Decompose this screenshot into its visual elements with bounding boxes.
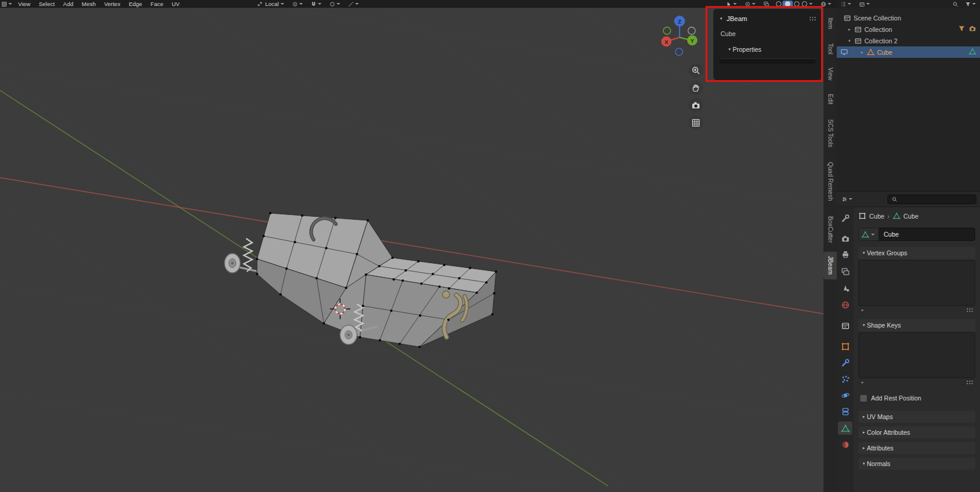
outliner-filter-button[interactable] xyxy=(964,0,978,8)
shading-material-button[interactable] xyxy=(794,1,799,7)
menu-face[interactable]: Face xyxy=(146,0,167,8)
shading-wireframe-button[interactable] xyxy=(776,1,781,7)
outliner-search-button[interactable] xyxy=(951,0,959,8)
show-gizmo-toggle[interactable] xyxy=(725,0,739,8)
zoom-button[interactable] xyxy=(689,63,703,78)
overlays-caret xyxy=(752,3,755,5)
tab-collection-properties[interactable] xyxy=(838,319,852,332)
outliner-label: Cube xyxy=(877,49,892,56)
panel-header-shape-keys[interactable]: ▾ Shape Keys xyxy=(858,319,975,331)
properties-editor-icon[interactable] xyxy=(840,195,848,203)
menu-uv[interactable]: UV xyxy=(167,0,184,8)
breadcrumb-object[interactable]: Cube xyxy=(869,213,884,220)
gizmo-neg-y-handle[interactable] xyxy=(663,27,671,34)
outliner-row-scene-collection[interactable]: Scene Collection xyxy=(837,12,980,23)
menu-view[interactable]: View xyxy=(14,0,34,8)
tab-scs-tools[interactable]: SCS Tools xyxy=(823,113,837,153)
tab-tool[interactable]: Tool xyxy=(823,37,837,60)
properties-search-box[interactable] xyxy=(887,195,976,204)
tab-jbeam[interactable]: JBeam xyxy=(823,252,837,279)
mesh-data-icon[interactable] xyxy=(969,48,977,56)
tab-modifier-properties[interactable] xyxy=(838,356,852,369)
tab-item[interactable]: Item xyxy=(823,12,837,35)
disclosure-right-icon[interactable]: ▸ xyxy=(846,27,852,32)
datablock-type-button[interactable] xyxy=(858,228,879,241)
specials-arrow-icon[interactable]: ▸ xyxy=(860,380,866,385)
editor-type-icon[interactable] xyxy=(0,0,8,8)
disclosure-down-icon[interactable]: ▾ xyxy=(846,39,852,43)
tab-view-layer-properties[interactable] xyxy=(838,265,852,278)
outliner-row-collection[interactable]: ▸ Collection xyxy=(837,23,980,35)
outliner-editor-caret[interactable] xyxy=(848,3,851,5)
list-resize-grip[interactable] xyxy=(966,308,974,313)
jbeam-object-name: Cube xyxy=(721,30,817,37)
panel-header-vertex-groups[interactable]: ▾ Vertex Groups xyxy=(858,247,975,259)
gizmo-neg-z-handle[interactable] xyxy=(675,48,683,55)
tab-edit[interactable]: Edit xyxy=(823,88,837,111)
vertex-groups-list[interactable] xyxy=(858,260,975,306)
menu-vertex[interactable]: Vertex xyxy=(100,0,125,8)
falloff-caret xyxy=(355,3,359,5)
transform-orientation-dropdown[interactable]: Local xyxy=(256,0,286,8)
tab-object-properties[interactable] xyxy=(838,340,852,353)
outliner-row-collection-2[interactable]: ▾ Collection 2 xyxy=(837,35,980,46)
tab-render-properties[interactable] xyxy=(838,232,852,245)
tab-particle-properties[interactable] xyxy=(838,372,852,385)
tab-constraint-properties[interactable] xyxy=(838,405,852,418)
tab-quad-remesh[interactable]: Quad Remesh xyxy=(823,155,837,207)
outliner-row-cube[interactable]: ▸ Cube xyxy=(837,46,980,58)
navigation-gizmo[interactable]: Z X Y xyxy=(657,13,702,58)
filter-funnel-icon[interactable] xyxy=(958,25,966,33)
editor-type-caret[interactable] xyxy=(8,3,12,5)
search-input[interactable] xyxy=(899,196,970,202)
properties-editor: Cube › Cube xyxy=(837,192,980,492)
gizmo-neg-x-handle[interactable] xyxy=(688,27,695,34)
menu-mesh[interactable]: Mesh xyxy=(78,0,100,8)
menu-select[interactable]: Select xyxy=(34,0,58,8)
mesh-name-field[interactable] xyxy=(879,228,975,241)
camera-view-button[interactable] xyxy=(689,98,703,113)
menu-add[interactable]: Add xyxy=(59,0,78,8)
pivot-point-dropdown[interactable] xyxy=(291,0,305,8)
tab-boxcutter[interactable]: BoxCutter xyxy=(823,210,837,249)
properties-editor-caret[interactable] xyxy=(849,198,852,200)
tab-world-properties[interactable] xyxy=(838,298,852,311)
falloff-dropdown[interactable] xyxy=(347,0,361,8)
jbeam-properties-header[interactable]: ▾ Properties xyxy=(727,46,817,53)
specials-arrow-icon[interactable]: ▸ xyxy=(860,308,866,313)
proportional-edit-dropdown[interactable] xyxy=(328,0,342,8)
shading-options-dropdown[interactable] xyxy=(819,0,833,8)
menu-edge[interactable]: Edge xyxy=(125,0,146,8)
shading-rendered-button[interactable] xyxy=(802,1,807,7)
xray-toggle[interactable] xyxy=(762,0,770,8)
panel-drag-grip[interactable] xyxy=(809,16,817,21)
overlays-toggle[interactable] xyxy=(743,0,757,8)
jbeam-panel-header[interactable]: ▾ JBeam xyxy=(718,13,817,25)
panel-header-attributes[interactable]: ▸ Attributes xyxy=(858,442,975,454)
tab-tool-properties[interactable] xyxy=(838,211,852,225)
tab-scene-properties[interactable] xyxy=(838,281,852,294)
breadcrumb-data[interactable]: Cube xyxy=(904,213,919,220)
panel-header-normals[interactable]: ▾ Normals xyxy=(858,458,975,470)
3d-viewport[interactable]: Z X Y ▾ JBeam Cube ▾ xyxy=(0,8,823,492)
orthographic-toggle-button[interactable] xyxy=(689,116,703,130)
tab-object-data-properties[interactable] xyxy=(838,422,852,435)
disclosure-right-icon[interactable]: ▸ xyxy=(859,50,865,55)
tab-view[interactable]: View xyxy=(823,63,837,86)
outliner-editor-icon[interactable] xyxy=(839,0,847,8)
front-suspension xyxy=(225,238,261,273)
shading-solid-button[interactable] xyxy=(783,1,793,8)
outliner-display-mode[interactable] xyxy=(858,0,872,8)
tab-output-properties[interactable] xyxy=(838,248,852,261)
tab-physics-properties[interactable] xyxy=(838,388,852,402)
panel-header-uv-maps[interactable]: ▸ UV Maps xyxy=(858,411,975,423)
list-resize-grip[interactable] xyxy=(966,380,974,385)
panel-header-color-attributes[interactable]: ▸ Color Attributes xyxy=(858,426,975,438)
pan-hand-button[interactable] xyxy=(689,81,703,95)
snapping-dropdown[interactable] xyxy=(309,0,323,8)
render-restrict-icon[interactable] xyxy=(969,25,977,33)
jbeam-properties-field[interactable] xyxy=(719,58,816,64)
shape-keys-list[interactable] xyxy=(858,332,975,378)
add-rest-position-checkbox[interactable] xyxy=(860,394,867,402)
tab-material-properties[interactable] xyxy=(838,438,852,451)
